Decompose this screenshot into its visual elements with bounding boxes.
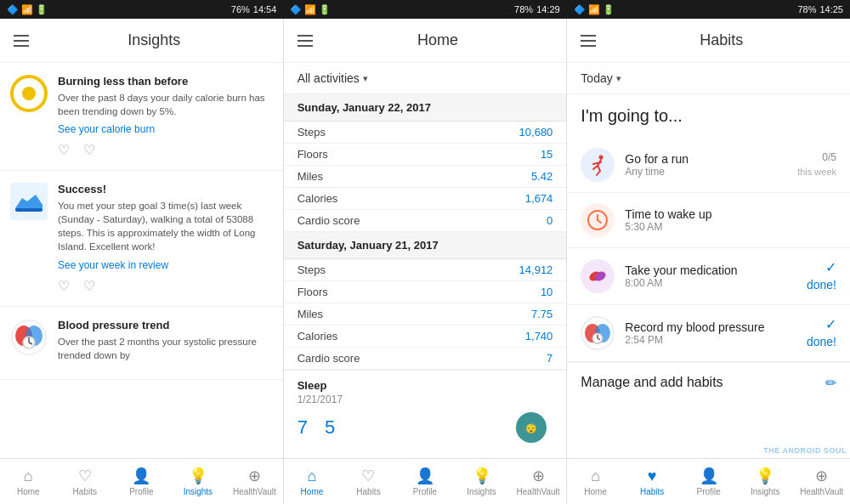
home-icon-3: ⌂ — [591, 467, 600, 485]
nav-home-2[interactable]: ⌂ Home — [284, 459, 341, 504]
main-panels: Insights Burning less than before Over t… — [0, 19, 850, 504]
healthvault-icon-2: ⊕ — [532, 467, 545, 485]
home-title: Home — [323, 31, 553, 49]
habit-item-med[interactable]: Take your medication 8:00 AM ✓ done! — [567, 248, 850, 305]
habit-item-bprecord[interactable]: Record my blood pressure 2:54 PM ✓ done! — [567, 305, 850, 362]
today-filter[interactable]: Today ▾ — [567, 63, 850, 94]
habits-menu-icon[interactable] — [581, 35, 596, 47]
habit-done-bprecord: ✓ done! — [807, 315, 836, 351]
insights-label-1: Insights — [184, 487, 212, 496]
habit-time-bprecord: 2:54 PM — [625, 334, 796, 346]
dislike-icon-calorie[interactable]: ♡ — [83, 142, 95, 158]
bluetooth-icon: 🔷 — [7, 4, 19, 15]
med-svg-icon — [586, 265, 609, 287]
profile-label-3: Profile — [696, 487, 720, 496]
insight-body-bp: Blood pressure trend Over the past 2 mon… — [58, 319, 273, 367]
insight-link-steps[interactable]: See your week in review — [58, 259, 273, 271]
nav-habits-2[interactable]: ♡ Habits — [340, 459, 397, 504]
status-bar-1-left: 🔷 📶 🔋 — [7, 4, 48, 15]
insights-menu-icon[interactable] — [14, 35, 29, 47]
shoe-svg-icon — [10, 183, 48, 220]
stat-row-calories-sun: Calories 1,674 — [284, 188, 567, 210]
nav-habits-1[interactable]: ♡ Habits — [57, 459, 114, 504]
nav-home-1[interactable]: ⌂ Home — [0, 459, 57, 504]
steps-value-sun: 10,680 — [519, 126, 553, 139]
clock-icon-container — [581, 203, 615, 237]
svg-line-14 — [598, 166, 600, 171]
habits-panel: Habits Today ▾ I'm going to... — [567, 19, 850, 504]
insight-card-bp: Blood pressure trend Over the past 2 mon… — [0, 307, 283, 380]
battery-icon-2: 🔋 — [319, 4, 331, 15]
home-content: Sunday, January 22, 2017 Steps 10,680 Fl… — [284, 94, 567, 458]
dislike-icon-steps[interactable]: ♡ — [83, 278, 95, 294]
calories-value-sat: 1,740 — [525, 330, 553, 343]
bphabit-svg-icon — [582, 318, 613, 348]
like-icon-steps[interactable]: ♡ — [58, 278, 70, 294]
habit-name-wake: Time to wake up — [625, 207, 836, 221]
sleep-values: 7 5 😴 — [298, 411, 553, 445]
nav-healthvault-3[interactable]: ⊕ HealthVault — [793, 459, 850, 504]
habit-body-med: Take your medication 8:00 AM — [625, 263, 796, 289]
time-1: 14:54 — [253, 4, 277, 14]
cardio-value-sun: 0 — [547, 214, 552, 227]
calories-value-sun: 1,674 — [525, 192, 553, 205]
signal-icon-2: 📶 — [304, 4, 316, 15]
stat-row-steps-sat: Steps 14,912 — [284, 259, 567, 281]
activities-filter[interactable]: All activities ▾ — [284, 63, 567, 94]
home-label-3: Home — [584, 487, 607, 496]
insight-text-steps: You met your step goal 3 time(s) last we… — [58, 199, 273, 253]
sleep-minutes: 5 — [325, 416, 335, 439]
calorie-circle-inner — [22, 87, 36, 100]
insights-content: Burning less than before Over the past 8… — [0, 63, 283, 458]
calories-label-sat: Calories — [298, 330, 338, 343]
nav-profile-1[interactable]: 👤 Profile — [113, 459, 170, 504]
nav-insights-2[interactable]: 💡 Insights — [453, 459, 510, 504]
date-header-sunday: Sunday, January 22, 2017 — [284, 94, 567, 122]
nav-healthvault-1[interactable]: ⊕ HealthVault — [226, 459, 283, 504]
insights-bottom-nav: ⌂ Home ♡ Habits 👤 Profile 💡 Insights ⊕ H… — [0, 458, 283, 504]
healthvault-label-3: HealthVault — [800, 487, 843, 496]
sleep-section: Sleep 1/21/2017 7 5 😴 — [284, 370, 567, 453]
habits-icon-3: ♥ — [648, 467, 657, 485]
manage-section[interactable]: Manage and add habits ✏ — [567, 362, 850, 403]
signal-icon: 📶 — [21, 4, 33, 15]
profile-label-2: Profile — [413, 487, 437, 496]
floors-value-sun: 15 — [541, 148, 552, 161]
sleep-title: Sleep — [298, 379, 553, 392]
going-to-title: I'm going to... — [581, 106, 836, 126]
status-bar-1-right: 76% 14:54 — [231, 4, 277, 14]
nav-habits-3[interactable]: ♥ Habits — [624, 459, 681, 504]
insight-title-calorie: Burning less than before — [58, 75, 273, 88]
svg-point-11 — [599, 156, 604, 160]
runner-icon-container — [581, 148, 615, 182]
habit-body-run: Go for a run Any time — [625, 152, 787, 178]
sleep-date: 1/21/2017 — [298, 394, 553, 405]
nav-profile-3[interactable]: 👤 Profile — [680, 459, 737, 504]
nav-profile-2[interactable]: 👤 Profile — [397, 459, 454, 504]
habit-time-wake: 5:30 AM — [625, 221, 836, 233]
nav-healthvault-2[interactable]: ⊕ HealthVault — [510, 459, 567, 504]
insights-icon-1: 💡 — [189, 467, 207, 485]
svg-text:😴: 😴 — [525, 422, 537, 434]
status-bar-3-left: 🔷 📶 🔋 — [574, 4, 615, 15]
healthvault-label-1: HealthVault — [233, 487, 276, 496]
sleep-chart-icon: 😴 — [510, 411, 552, 445]
filter-label: All activities — [298, 71, 360, 85]
habit-item-run[interactable]: Go for a run Any time 0/5this week — [567, 138, 850, 193]
insight-link-calorie[interactable]: See your calorie burn — [58, 123, 273, 135]
nav-insights-3[interactable]: 💡 Insights — [737, 459, 794, 504]
like-icon-calorie[interactable]: ♡ — [58, 142, 70, 158]
healthvault-icon-1: ⊕ — [248, 467, 261, 485]
profile-label-1: Profile — [129, 487, 153, 496]
insight-title-bp: Blood pressure trend — [58, 319, 273, 331]
home-menu-icon[interactable] — [298, 35, 313, 47]
nav-insights-1[interactable]: 💡 Insights — [170, 459, 227, 504]
habit-name-bprecord: Record my blood pressure — [625, 320, 796, 334]
med-icon-container — [581, 259, 615, 293]
edit-icon[interactable]: ✏ — [825, 375, 836, 391]
nav-home-3[interactable]: ⌂ Home — [567, 459, 624, 504]
calories-label-sun: Calories — [298, 192, 338, 205]
insight-card-calorie: Burning less than before Over the past 8… — [0, 63, 283, 171]
habit-item-wake[interactable]: Time to wake up 5:30 AM — [567, 193, 850, 248]
floors-label-sat: Floors — [298, 286, 328, 298]
